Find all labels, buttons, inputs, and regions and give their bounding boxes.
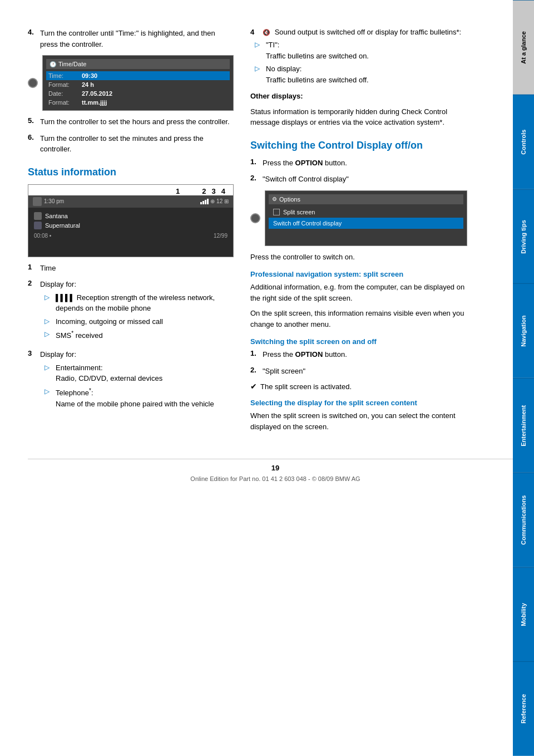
signal-bar-2 <box>202 201 204 204</box>
status-screen-bg: 1:30 pm ⊕ 12 ⊞ <box>28 195 233 257</box>
controller-knob-options <box>250 213 260 223</box>
press-controller-text: Press the controller to switch on. <box>250 252 467 263</box>
split-screen-checkbox <box>273 209 280 215</box>
signal-bar-1 <box>200 202 202 204</box>
legend-2-bullets: ▷ ▌▌▌▌ Reception strength of the wireles… <box>40 292 234 341</box>
options-split-label: Split screen <box>283 209 315 215</box>
split-step-1-text: Press the OPTION button. <box>263 349 347 360</box>
timedate-title: Time/Date <box>58 61 86 67</box>
step-5-text: Turn the controller to set the hours and… <box>40 116 230 127</box>
other-displays-bold: Other displays: <box>250 92 303 100</box>
options-screen: ⚙ Options Split screen Switch off Contro… <box>265 190 467 246</box>
label-1: 1 <box>176 187 180 195</box>
split-step-1-num: 1. <box>250 349 259 360</box>
split-step-2-num: 2. <box>250 366 259 377</box>
timedate-titlebar: 🕐 Time/Date <box>46 59 230 69</box>
timedate-row-date: Date: 27.05.2012 <box>46 89 230 98</box>
control-step-1-num: 1. <box>250 158 259 169</box>
pro-nav-heading: Professional navigation system: split sc… <box>250 270 467 278</box>
right-step-4-num: 4 <box>250 28 259 36</box>
timedate-row-format2: Format: tt.mm.jjjj <box>46 98 230 107</box>
track-icon-1 <box>34 212 42 220</box>
label-3: 3 <box>212 187 216 195</box>
options-split-screen: Split screen <box>269 207 463 218</box>
controller-knob-left <box>28 78 38 88</box>
timedate-icon: 🕐 <box>50 61 56 67</box>
status-time: 1:30 pm <box>44 198 64 204</box>
footer: 19 Online Edition for Part no. 01 41 2 6… <box>28 459 523 483</box>
track-info: Santana Supernatural 00:08 • 12/99 <box>28 208 233 243</box>
split-activated-text: The split screen is activated. <box>260 382 352 391</box>
timedate-row-format1: Format: 24 h <box>46 80 230 89</box>
sidebar-tab-navigation[interactable]: Navigation <box>513 283 534 378</box>
reception-icon: ▌▌▌▌ <box>56 294 75 302</box>
control-step-2-text: "Switch off Control display" <box>263 174 349 185</box>
options-icon: ⚙ <box>272 196 277 202</box>
track-icon-2 <box>34 222 42 229</box>
legend-1-text: Time <box>40 263 56 274</box>
sidebar-tab-driving-tips[interactable]: Driving tips <box>513 189 534 284</box>
right-step-4: 4 🔇 Sound output is switched off or disp… <box>250 28 467 85</box>
status-icons-right: ⊕ 12 ⊞ <box>210 198 229 204</box>
arrow-no-display: ▷ <box>255 63 263 85</box>
sidebar-tab-at-a-glance[interactable]: At a glance <box>513 0 534 95</box>
sidebar-tab-mobility[interactable]: Mobility <box>513 567 534 662</box>
control-display-heading: Switching the Control Display off/on <box>250 139 467 152</box>
split-step-2-text: "Split screen" <box>263 366 305 377</box>
signal-bar-3 <box>205 200 206 204</box>
step-6: 6. Turn the controller to set the minute… <box>28 133 234 155</box>
option-bold-1: OPTION <box>295 159 323 167</box>
step-5-number: 5. <box>28 116 37 127</box>
track-name-2: Supernatural <box>45 222 80 229</box>
step-4-number: 4. <box>28 28 37 50</box>
bullet-no-display-text: No display:Traffic bulletins are switche… <box>266 63 369 85</box>
sidebar-tab-communications[interactable]: Communications <box>513 473 534 567</box>
right-column: 4 🔇 Sound output is switched off or disp… <box>250 28 467 436</box>
bullet-sms-text: SMS* received <box>56 329 103 341</box>
legend-3-bullets: ▷ Entertainment:Radio, CD/DVD, external … <box>40 362 214 409</box>
option-bold-2: OPTION <box>295 350 323 359</box>
timedate-label-format1: Format: <box>48 81 82 88</box>
status-screen: 1 2 3 4 1:30 pm <box>28 184 234 257</box>
right-step-4-text: 🔇 Sound output is switched off or displa… <box>263 28 461 36</box>
options-screen-wrapper: ⚙ Options Split screen Switch off Contro… <box>250 190 467 246</box>
timedate-value-format2: tt.mm.jjjj <box>82 99 107 106</box>
signal-bar-4 <box>207 199 209 204</box>
timedate-value-format1: 24 h <box>82 81 94 88</box>
timedate-value-time: 09:30 <box>82 72 97 79</box>
status-info-heading: Status information <box>28 166 234 179</box>
options-titlebar: ⚙ Options <box>269 194 463 204</box>
legend-1-num: 1 <box>28 263 37 274</box>
sidebar-tab-reference[interactable]: Reference <box>513 661 534 756</box>
split-step-1: 1. Press the OPTION button. <box>250 349 467 360</box>
pro-nav-text2: On the split screen, this information re… <box>250 308 467 330</box>
bullet-entertainment-text: Entertainment:Radio, CD/DVD, external de… <box>56 362 162 384</box>
page-number: 19 <box>28 464 523 472</box>
timedate-label-date: Date: <box>48 90 82 97</box>
bullet-ti-text: "TI":Traffic bulletins are switched on. <box>266 40 369 61</box>
timedate-screen: 🕐 Time/Date Time: 09:30 Format: 24 h <box>42 55 234 111</box>
sidebar-tab-controls[interactable]: Controls <box>513 95 534 189</box>
status-top-bar: 1:30 pm ⊕ 12 ⊞ <box>28 195 233 208</box>
sidebar-tab-entertainment[interactable]: Entertainment <box>513 378 534 473</box>
bullet-reception-text: ▌▌▌▌ Reception strength of the wireless … <box>56 292 234 314</box>
track-bottom: 00:08 • 12/99 <box>34 233 228 239</box>
timedate-value-date: 27.05.2012 <box>82 90 112 97</box>
timedate-row-time: Time: 09:30 <box>46 71 230 80</box>
other-displays-label: Other displays: <box>250 91 467 102</box>
pro-nav-text1: Additional information, e.g. from the co… <box>250 282 467 303</box>
options-switch-off: Switch off Control display <box>269 218 463 229</box>
footer-text: Online Edition for Part no. 01 41 2 603 … <box>190 475 360 482</box>
track-count: 12/99 <box>214 233 228 239</box>
sidebar: At a glance Controls Driving tips Naviga… <box>513 0 534 756</box>
bullet-no-display: ▷ No display:Traffic bulletins are switc… <box>250 63 467 85</box>
switching-split-heading: Switching the split screen on and off <box>250 337 467 346</box>
right-step-4-sound: Sound output is switched off or display … <box>275 28 462 36</box>
legend-3-num: 3 <box>28 349 37 411</box>
bullet-entertainment: ▷ Entertainment:Radio, CD/DVD, external … <box>40 362 214 384</box>
legend-2-text: Display for: ▷ ▌▌▌▌ Reception strength o… <box>40 279 234 343</box>
arrow-incoming: ▷ <box>44 316 52 327</box>
selecting-heading: Selecting the display for the split scre… <box>250 399 467 407</box>
options-switch-off-label: Switch off Control display <box>273 220 342 227</box>
step-5: 5. Turn the controller to set the hours … <box>28 116 234 127</box>
